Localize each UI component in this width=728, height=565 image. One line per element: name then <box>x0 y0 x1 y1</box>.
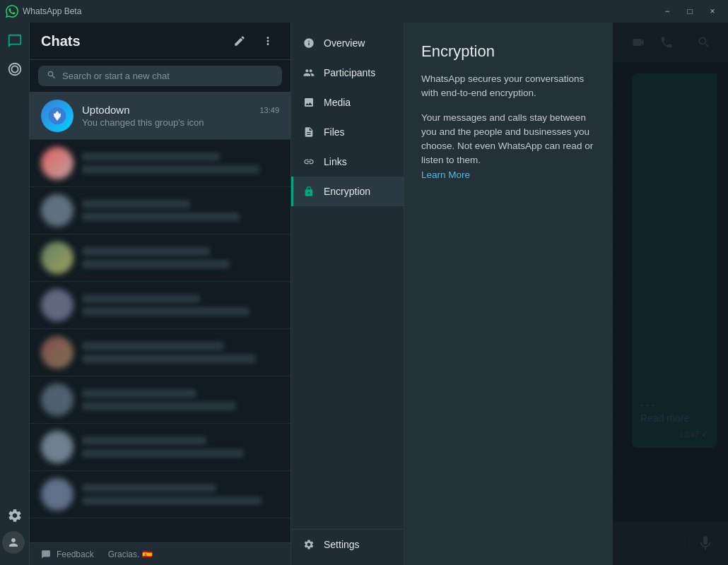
media-svg <box>303 97 315 108</box>
list-item[interactable] <box>30 329 290 376</box>
status-nav-button[interactable] <box>2 56 28 82</box>
menu-item-files[interactable]: Files <box>291 117 404 147</box>
blurred-content <box>82 200 279 221</box>
blurred-content <box>82 342 279 363</box>
chat-list-panel: Chats <box>30 23 291 565</box>
blurred-content <box>82 436 279 458</box>
blurred-avatar <box>41 478 74 511</box>
app-title: WhatsApp Beta <box>23 6 81 16</box>
chat-list-header: Chats <box>30 23 290 60</box>
settings-svg <box>303 539 315 550</box>
blurred-avatar <box>41 194 74 227</box>
files-svg <box>303 126 315 138</box>
list-item[interactable] <box>30 140 290 187</box>
blurred-avatar <box>41 147 74 179</box>
feedback-icon <box>41 549 51 559</box>
participants-icon <box>303 66 315 79</box>
chat-item-uptodown[interactable]: Uptodown 13:49 You changed this group's … <box>30 93 290 140</box>
chat-info-uptodown: Uptodown 13:49 You changed this group's … <box>82 104 279 128</box>
chat-time: 13:49 <box>259 106 279 114</box>
list-item[interactable] <box>30 471 290 518</box>
menu-item-links[interactable]: Links <box>291 147 404 177</box>
blurred-content <box>82 295 279 316</box>
chat-name-row: Uptodown 13:49 <box>82 104 279 116</box>
menu-item-encryption[interactable]: Encryption <box>291 177 404 206</box>
overlay-panel: Overview Participants <box>291 23 728 565</box>
feedback-label: Feedback <box>57 549 94 559</box>
menu-label-files: Files <box>324 126 345 138</box>
chat-area: ... Read more 13:47 ✓ You changed this g… <box>291 23 728 565</box>
more-options-button[interactable] <box>257 30 279 52</box>
list-item[interactable] <box>30 424 290 471</box>
list-item[interactable] <box>30 234 290 282</box>
blurred-avatar <box>41 383 74 416</box>
settings-icon <box>7 508 23 523</box>
blurred-content <box>82 153 279 174</box>
links-svg <box>303 156 315 167</box>
overview-svg <box>303 37 315 49</box>
blurred-avatar <box>41 336 74 369</box>
settings-label: Settings <box>324 539 360 550</box>
icon-sidebar <box>0 23 30 565</box>
chats-nav-button[interactable] <box>2 28 28 54</box>
links-icon <box>303 155 315 168</box>
blurred-avatar <box>41 289 74 321</box>
profile-icon <box>7 536 20 549</box>
main-layout: Chats <box>0 23 728 565</box>
menu-settings[interactable]: Settings <box>291 529 404 559</box>
chat-name: Uptodown <box>82 104 130 116</box>
search-bar <box>30 60 290 93</box>
maximize-button[interactable]: □ <box>680 4 700 18</box>
minimize-button[interactable]: − <box>657 4 677 18</box>
gracias-text: Gracias. 🇪🇸 <box>108 549 153 559</box>
encryption-icon <box>303 185 315 198</box>
chat-list-title: Chats <box>41 33 81 49</box>
encryption-title: Encryption <box>421 42 596 61</box>
search-input[interactable] <box>62 71 274 81</box>
learn-more-link[interactable]: Learn More <box>421 170 470 180</box>
overview-icon <box>303 37 315 49</box>
uptodown-logo-icon <box>47 106 67 126</box>
profile-button[interactable] <box>2 531 25 554</box>
blurred-content <box>82 247 279 268</box>
search-svg <box>47 70 57 80</box>
blurred-avatar <box>41 431 74 463</box>
encryption-desc1: WhatsApp secures your conversations with… <box>421 72 596 101</box>
avatar-uptodown <box>41 100 74 132</box>
header-icons <box>228 30 279 52</box>
search-wrapper <box>38 66 282 86</box>
list-item[interactable] <box>30 187 290 234</box>
menu-spacer <box>291 206 404 529</box>
menu-item-participants[interactable]: Participants <box>291 58 404 88</box>
media-icon <box>303 96 315 109</box>
files-icon <box>303 126 315 138</box>
chat-list: Uptodown 13:49 You changed this group's … <box>30 93 290 542</box>
feedback-bar: Feedback Gracias. 🇪🇸 <box>30 542 290 565</box>
encryption-desc2-text: Your messages and calls stay between you… <box>421 112 593 166</box>
titlebar-left: WhatsApp Beta <box>6 5 81 18</box>
encryption-svg <box>303 186 315 197</box>
menu-item-media[interactable]: Media <box>291 88 404 117</box>
list-item[interactable] <box>30 282 290 329</box>
settings-menu-icon <box>303 538 315 551</box>
edit-icon <box>233 35 246 47</box>
status-icon <box>7 61 23 77</box>
close-button[interactable]: × <box>703 4 722 18</box>
encryption-content-panel: Encryption WhatsApp secures your convers… <box>404 23 613 565</box>
menu-label-encryption: Encryption <box>324 186 370 197</box>
titlebar: WhatsApp Beta − □ × <box>0 0 728 23</box>
menu-label-links: Links <box>324 156 347 167</box>
menu-label-overview: Overview <box>324 37 365 49</box>
new-chat-button[interactable] <box>228 30 251 52</box>
whatsapp-logo-icon <box>6 5 18 18</box>
settings-sidebar-button[interactable] <box>2 503 28 528</box>
blurred-content <box>82 484 279 505</box>
blurred-avatar <box>41 242 74 274</box>
menu-label-media: Media <box>324 97 351 108</box>
window-controls: − □ × <box>657 4 722 18</box>
menu-item-overview[interactable]: Overview <box>291 28 404 58</box>
blurred-content <box>82 389 279 410</box>
participants-svg <box>303 67 315 78</box>
encryption-desc2: Your messages and calls stay between you… <box>421 111 596 182</box>
list-item[interactable] <box>30 376 290 424</box>
